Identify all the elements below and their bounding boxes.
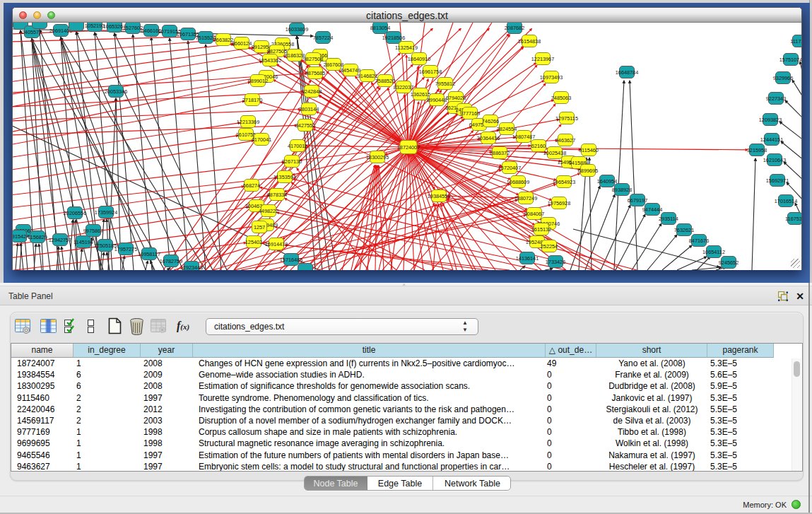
svg-text:8322037: 8322037 (394, 84, 413, 90)
svg-text:8938928: 8938928 (612, 187, 632, 193)
svg-text:18640910: 18640910 (408, 56, 430, 62)
svg-text:6679197: 6679197 (628, 197, 647, 204)
svg-text:7886372: 7886372 (490, 150, 510, 156)
svg-text:17016514: 17016514 (775, 198, 797, 204)
svg-text:10654112: 10654112 (702, 249, 725, 255)
svg-text:8267130: 8267130 (282, 158, 302, 165)
svg-text:16782759: 16782759 (160, 258, 182, 264)
svg-text:9329966: 9329966 (773, 75, 793, 81)
svg-text:10688609: 10688609 (507, 179, 529, 185)
svg-text:9115460: 9115460 (579, 147, 599, 153)
svg-text:1145194: 1145194 (73, 239, 93, 245)
svg-text:9242848: 9242848 (302, 88, 322, 95)
svg-text:2087682: 2087682 (505, 25, 524, 31)
svg-text:7955812: 7955812 (435, 81, 455, 87)
svg-text:10807487: 10807487 (512, 134, 535, 140)
svg-text:11353594: 11353594 (273, 174, 296, 180)
svg-text:1527602: 1527602 (123, 25, 143, 31)
svg-text:7485063: 7485063 (551, 95, 571, 101)
svg-text:252254: 252254 (541, 243, 558, 250)
svg-text:16154838: 16154838 (518, 38, 541, 45)
svg-text:12213369: 12213369 (237, 119, 259, 125)
svg-text:125402: 125402 (245, 239, 262, 245)
svg-text:15692971: 15692971 (766, 177, 789, 184)
svg-text:18807249: 18807249 (514, 195, 537, 201)
svg-text:9227343: 9227343 (766, 95, 786, 102)
svg-text:62160: 62160 (531, 143, 546, 149)
svg-text:4170011: 4170011 (288, 143, 307, 149)
svg-text:8471676: 8471676 (689, 238, 709, 244)
svg-text:19384554: 19384554 (428, 193, 450, 199)
svg-text:18300295: 18300295 (366, 154, 389, 160)
svg-text:8186328: 8186328 (285, 52, 305, 59)
svg-text:6794028: 6794028 (446, 95, 466, 101)
svg-text:18543362: 18543362 (259, 57, 281, 64)
svg-text:18724007: 18724007 (397, 144, 420, 151)
svg-text:6899695: 6899695 (578, 168, 598, 174)
svg-text:9827508: 9827508 (303, 56, 323, 62)
svg-text:8813054: 8813054 (370, 25, 390, 31)
svg-text:9084067: 9084067 (524, 211, 544, 217)
svg-text:15751074: 15751074 (779, 57, 801, 63)
svg-text:20364436: 20364436 (477, 135, 500, 141)
svg-text:9899012: 9899012 (248, 78, 268, 84)
svg-text:19218506: 19218506 (382, 35, 405, 41)
svg-text:1117254: 1117254 (790, 38, 801, 45)
svg-text:1167534: 1167534 (785, 216, 801, 222)
svg-text:12975115: 12975115 (555, 115, 578, 122)
svg-text:1733426: 1733426 (546, 259, 565, 265)
svg-text:668274: 668274 (243, 182, 260, 189)
svg-text:9463627: 9463627 (555, 137, 575, 144)
svg-text:3215958: 3215958 (747, 147, 767, 153)
svg-text:746266: 746266 (482, 118, 499, 124)
svg-text:16033809: 16033809 (286, 26, 308, 33)
svg-text:12093823: 12093823 (759, 117, 782, 123)
svg-text:3915424: 3915424 (13, 233, 29, 240)
svg-text:16210643: 16210643 (763, 157, 786, 163)
svg-text:17359924: 17359924 (95, 209, 117, 216)
svg-text:3824554: 3824554 (497, 126, 517, 132)
svg-text:8427552: 8427552 (295, 122, 315, 129)
svg-text:7632621: 7632621 (674, 227, 694, 233)
svg-text:10973493: 10973493 (540, 74, 563, 81)
svg-text:12444151: 12444151 (760, 136, 783, 143)
svg-text:2935114: 2935114 (659, 216, 678, 222)
svg-text:2405572: 2405572 (22, 29, 42, 35)
svg-text:12942757: 12942757 (49, 237, 71, 243)
svg-text:1257: 1257 (254, 224, 265, 230)
svg-text:8990448: 8990448 (427, 97, 447, 103)
svg-text:14136141: 14136141 (516, 255, 539, 262)
svg-text:9474444: 9474444 (642, 206, 662, 213)
svg-text:9245652: 9245652 (719, 259, 739, 266)
svg-text:7857224: 7857224 (313, 35, 333, 41)
svg-text:12923448: 12923448 (180, 264, 203, 270)
svg-text:10958117: 10958117 (138, 251, 160, 257)
svg-text:1052193: 1052193 (85, 23, 105, 29)
svg-text:12505185: 12505185 (94, 243, 117, 249)
svg-text:19654923: 19654923 (553, 179, 575, 185)
svg-text:7588520: 7588520 (375, 78, 395, 84)
svg-text:15716485: 15716485 (280, 257, 302, 263)
svg-text:8660124: 8660124 (232, 40, 252, 47)
svg-text:19756928: 19756928 (548, 200, 570, 206)
svg-text:4170041: 4170041 (252, 136, 271, 143)
svg-text:20206556: 20206556 (64, 210, 86, 216)
svg-text:9975867: 9975867 (83, 228, 103, 234)
svg-text:9777169: 9777169 (460, 110, 480, 117)
svg-text:10025438: 10025438 (543, 150, 566, 156)
svg-text:15720407: 15720407 (498, 165, 521, 171)
svg-text:2718170: 2718170 (242, 97, 262, 103)
svg-text:20053346: 20053346 (105, 88, 127, 95)
svg-text:1640954: 1640954 (597, 178, 617, 185)
svg-text:9875685: 9875685 (305, 70, 325, 76)
svg-text:4498222: 4498222 (259, 208, 278, 214)
svg-text:16914479: 16914479 (265, 241, 288, 247)
svg-text:12213967: 12213967 (531, 56, 554, 62)
svg-text:17957275: 17957275 (114, 246, 137, 252)
svg-text:1615132: 1615132 (531, 226, 551, 233)
svg-text:11325419: 11325419 (395, 45, 418, 51)
svg-text:8878334: 8878334 (267, 192, 287, 198)
svg-text:16648784: 16648784 (616, 69, 638, 76)
svg-text:16961758: 16961758 (419, 69, 442, 75)
svg-text:7663822: 7663822 (213, 37, 233, 43)
